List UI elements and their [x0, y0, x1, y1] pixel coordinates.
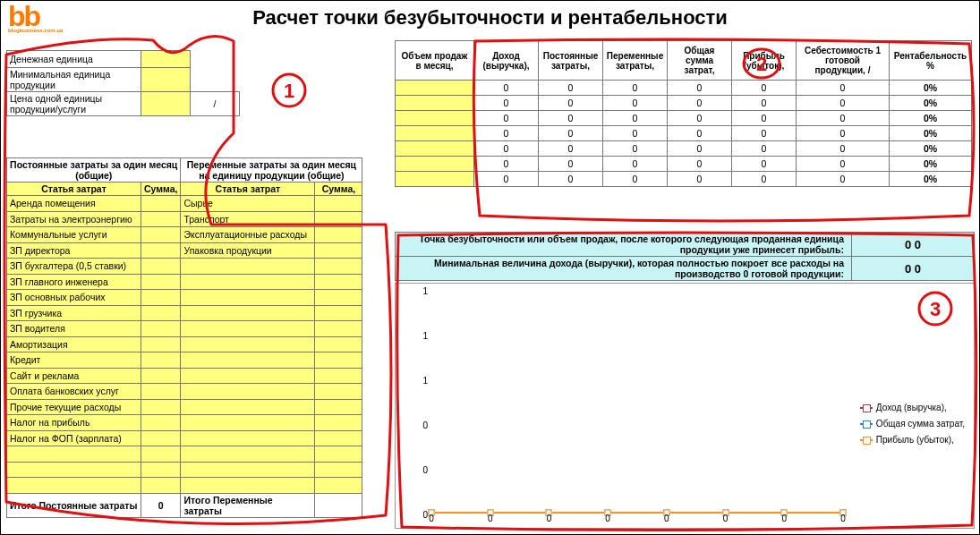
variable-sum[interactable]: [315, 274, 362, 290]
variable-sum[interactable]: [315, 415, 362, 431]
bep-value: 0 0: [852, 233, 975, 257]
legend-item-costs: Общая сумма затрат,: [860, 416, 965, 432]
variable-item[interactable]: [181, 462, 315, 478]
fixed-sum[interactable]: [141, 462, 181, 478]
sales-input[interactable]: [396, 157, 474, 172]
fixed-item[interactable]: Сайт и реклама: [7, 368, 141, 384]
variable-sum[interactable]: [315, 384, 362, 400]
variable-item[interactable]: [181, 336, 315, 352]
variable-sum[interactable]: [315, 352, 362, 369]
variable-sum[interactable]: [315, 478, 362, 494]
variable-sum[interactable]: [315, 242, 362, 259]
variable-item[interactable]: [181, 368, 315, 384]
fixed-item[interactable]: Налог на прибыль: [7, 415, 141, 431]
fixed-item[interactable]: ЗП бухгалтера (0,5 ставки): [7, 259, 141, 275]
variable-item[interactable]: [181, 352, 315, 369]
results-cell: 0: [474, 172, 539, 187]
fixed-item[interactable]: Кредит: [7, 352, 141, 369]
fixed-item[interactable]: [7, 478, 141, 494]
legend-marker-profit: [860, 439, 873, 441]
variable-item[interactable]: [181, 259, 315, 275]
variable-item[interactable]: [181, 274, 315, 290]
fixed-item[interactable]: ЗП директора: [7, 242, 141, 259]
legend-marker-costs: [860, 423, 873, 425]
results-table: Объем продаж в месяц,Доход (выручка),Пос…: [395, 40, 972, 187]
fixed-item[interactable]: Амортизация: [7, 336, 141, 352]
variable-sum[interactable]: [315, 321, 362, 337]
results-cell: 0%: [890, 126, 972, 141]
variable-item[interactable]: [181, 321, 315, 337]
variable-sum[interactable]: [315, 290, 362, 306]
fixed-item[interactable]: ЗП грузчика: [7, 305, 141, 321]
fixed-item[interactable]: Оплата банковских услуг: [7, 384, 141, 400]
variable-item[interactable]: [181, 305, 315, 321]
variable-item[interactable]: Транспорт: [181, 211, 315, 227]
currency-input[interactable]: [141, 51, 191, 68]
fixed-sum[interactable]: [141, 430, 181, 446]
fixed-sum[interactable]: [141, 478, 181, 494]
variable-item[interactable]: [181, 415, 315, 431]
fixed-sum[interactable]: [141, 227, 181, 243]
variable-sum[interactable]: [315, 196, 362, 212]
fixed-sum[interactable]: [141, 336, 181, 352]
results-cell: 0: [603, 126, 668, 141]
fixed-sum[interactable]: [141, 368, 181, 384]
fixed-sum[interactable]: [141, 196, 181, 212]
fixed-item[interactable]: ЗП основных рабочих: [7, 290, 141, 306]
variable-sum[interactable]: [315, 446, 362, 463]
fixed-sum[interactable]: [141, 274, 181, 290]
results-header: Рентабельность %: [890, 41, 972, 81]
fixed-sum[interactable]: [141, 399, 181, 415]
variable-item[interactable]: [181, 290, 315, 306]
variable-sum[interactable]: [315, 462, 362, 478]
fixed-item[interactable]: [7, 446, 141, 463]
variable-sum[interactable]: [315, 336, 362, 352]
variable-item[interactable]: [181, 478, 315, 494]
results-header: Себестоимость 1 готовой продукции, /: [797, 41, 890, 81]
sales-input[interactable]: [396, 141, 474, 157]
fixed-item[interactable]: ЗП водителя: [7, 321, 141, 337]
fixed-sum[interactable]: [141, 242, 181, 259]
fixed-item[interactable]: Коммунальные услуги: [7, 227, 141, 243]
fixed-item[interactable]: [7, 462, 141, 478]
variable-item[interactable]: [181, 399, 315, 415]
breakeven-chart: 000111 00000000 Доход (выручка), Общая с…: [395, 283, 975, 529]
fixed-sum[interactable]: [141, 415, 181, 431]
variable-sum[interactable]: [315, 211, 362, 227]
min-unit-input[interactable]: [141, 68, 191, 92]
results-cell: 0%: [890, 141, 972, 157]
sales-input[interactable]: [396, 81, 474, 96]
sales-input[interactable]: [396, 96, 474, 111]
fixed-sum[interactable]: [141, 259, 181, 275]
unit-price-input[interactable]: [141, 92, 191, 116]
fixed-sum[interactable]: [141, 352, 181, 369]
sales-input[interactable]: [396, 126, 474, 141]
fixed-item[interactable]: Затраты на электроэнергию: [7, 211, 141, 227]
variable-item[interactable]: [181, 430, 315, 446]
variable-sum[interactable]: [315, 399, 362, 415]
fixed-sum[interactable]: [141, 290, 181, 306]
fixed-sum[interactable]: [141, 211, 181, 227]
variable-item[interactable]: Эксплуатационные расходы: [181, 227, 315, 243]
fixed-item[interactable]: Налог на ФОП (зарплата): [7, 430, 141, 446]
fixed-item[interactable]: Аренда помещения: [7, 196, 141, 212]
variable-sum[interactable]: [315, 368, 362, 384]
fixed-sum[interactable]: [141, 305, 181, 321]
variable-sum[interactable]: [315, 430, 362, 446]
fixed-sum[interactable]: [141, 446, 181, 463]
fixed-sum[interactable]: [141, 321, 181, 337]
variable-sum[interactable]: [315, 259, 362, 275]
fixed-item[interactable]: Прочие текущие расходы: [7, 399, 141, 415]
variable-item[interactable]: [181, 384, 315, 400]
fixed-sum[interactable]: [141, 384, 181, 400]
sales-input[interactable]: [396, 172, 474, 187]
variable-item[interactable]: Упаковка продукции: [181, 242, 315, 259]
variable-sum[interactable]: [315, 227, 362, 243]
sales-input[interactable]: [396, 111, 474, 126]
variable-item[interactable]: [181, 446, 315, 463]
legend-label-costs: Общая сумма затрат,: [876, 416, 965, 432]
variable-sum[interactable]: [315, 305, 362, 321]
fixed-item[interactable]: ЗП главного инженера: [7, 274, 141, 290]
results-cell: 0: [797, 96, 890, 111]
variable-item[interactable]: Сырье: [181, 196, 315, 212]
